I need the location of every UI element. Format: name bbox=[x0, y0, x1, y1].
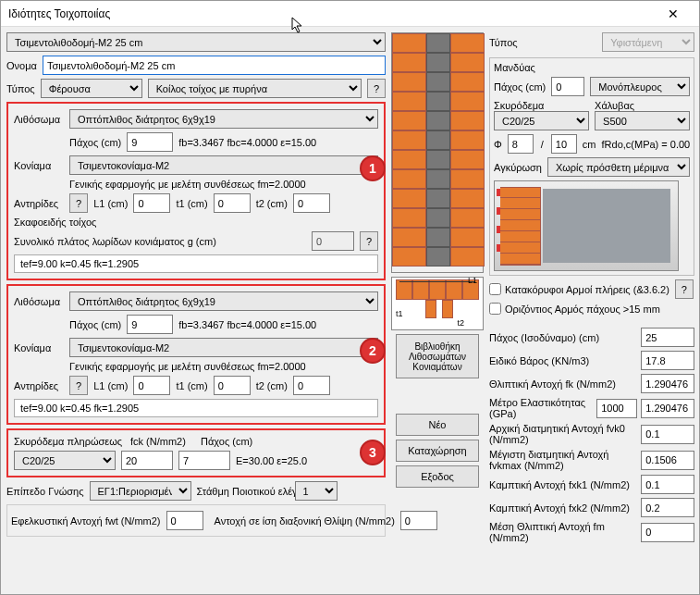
thick-input-2[interactable] bbox=[127, 315, 173, 334]
fill-thick-input[interactable] bbox=[178, 451, 230, 470]
t1-label-1: t1 (cm) bbox=[176, 198, 207, 209]
library-button[interactable]: Βιβλιοθήκη Λιθοσωμάτων Κονιαμάτων bbox=[396, 334, 479, 378]
help-button[interactable]: ? bbox=[367, 79, 386, 98]
t2-input-2[interactable] bbox=[293, 376, 330, 395]
fill-e-text: E=30.00 ε=25.0 bbox=[236, 455, 307, 466]
t2-label-1: t2 (cm) bbox=[256, 198, 288, 209]
l1-label-1: L1 (cm) bbox=[93, 198, 128, 209]
t2-label-2: t2 (cm) bbox=[256, 380, 288, 391]
thick-input-1[interactable] bbox=[127, 132, 173, 152]
l1-dim: L1 bbox=[468, 276, 477, 285]
p-fvk0-input[interactable] bbox=[641, 425, 694, 444]
strips-label: Συνολικό πλάτος λωρίδων κονιάματος g (cm… bbox=[14, 236, 306, 247]
p-thick-label: Πάχος (Ισοδύναμο) (cm) bbox=[489, 332, 637, 343]
p-fxk2-input[interactable] bbox=[641, 498, 694, 517]
mortar-select-1[interactable]: Τσιμεντοκονίαμα-M2 bbox=[69, 155, 378, 175]
struts-help-1[interactable]: ? bbox=[69, 193, 88, 213]
p-thick-input[interactable] bbox=[641, 328, 694, 347]
p-fxk1-input[interactable] bbox=[641, 475, 694, 494]
frdo-label: fRdo,c(MPa) = 0.00 bbox=[602, 139, 691, 150]
j-steel-select[interactable]: S500 bbox=[595, 111, 690, 130]
type-label: Τύπος bbox=[6, 83, 35, 94]
strips-help[interactable]: ? bbox=[360, 231, 378, 251]
struts-label-2: Αντηρίδες bbox=[14, 380, 64, 391]
mid-column: L1 t1 t2 Βιβλιοθήκη Λιθοσωμάτων Κονιαμάτ… bbox=[391, 32, 484, 589]
chk-vertical-joints-box[interactable] bbox=[489, 283, 501, 295]
fb-text-1: fb=3.3467 fbc=4.0000 ε=15.00 bbox=[178, 137, 316, 148]
qc-label: Στάθμη Ποιοτικού ελέγχου bbox=[197, 486, 289, 497]
fck-input[interactable] bbox=[121, 451, 173, 470]
struts-help-2[interactable]: ? bbox=[69, 376, 88, 395]
type-select[interactable]: Φέρουσα bbox=[41, 79, 142, 98]
t2-dim: t2 bbox=[457, 318, 464, 328]
fwt-input[interactable] bbox=[166, 511, 203, 530]
strips-input bbox=[312, 231, 354, 251]
j-concrete-label: Σκυρόδεμα bbox=[494, 100, 589, 111]
fb-text-2: fb=3.3467 fbc=4.0000 ε=15.00 bbox=[178, 319, 316, 330]
fill-title: Σκυρόδεμα πληρώσεως bbox=[14, 436, 125, 447]
p-fk-input[interactable] bbox=[641, 374, 694, 393]
r-type-label: Τύπος bbox=[489, 37, 518, 48]
p-e2-input[interactable] bbox=[641, 399, 694, 418]
chk-vertical-joints[interactable]: Κατακόρυφοι Αρμοί πλήρεις (&3.6.2) bbox=[489, 283, 669, 295]
p-fvk0-label: Αρχική διατμητική Αντοχή fvk0 (N/mm2) bbox=[489, 423, 637, 445]
mortar-desc-1: Γενικής εφαρμογής με μελέτη συνθέσεως fm… bbox=[69, 179, 306, 190]
anchor-select[interactable]: Χωρίς πρόσθετη μέριμνα bbox=[547, 157, 690, 177]
p-e1-input[interactable] bbox=[596, 399, 637, 418]
close-icon[interactable]: ✕ bbox=[655, 6, 692, 21]
mortar-select-2[interactable]: Τσιμεντοκονίαμα-M2 bbox=[69, 338, 378, 357]
j-concrete-select[interactable]: C20/25 bbox=[494, 111, 589, 130]
section-2: 2 Λιθόσωμα Οπτόπλιθος διάτρητος 6χ9χ19 Π… bbox=[6, 284, 386, 425]
preset-select[interactable]: Τσιμεντολιθοδομή-M2 25 cm bbox=[6, 32, 386, 52]
t1-dim: t1 bbox=[396, 309, 403, 318]
save-button[interactable]: Καταχώρηση bbox=[396, 440, 479, 462]
chk-horizontal-joint[interactable]: Οριζόντιος Αρμός πάχους >15 mm bbox=[489, 303, 694, 315]
fill-concrete-select[interactable]: C20/25 bbox=[14, 451, 116, 470]
p-fm-input[interactable] bbox=[641, 523, 694, 542]
j-side-select[interactable]: Μονόπλευρος bbox=[590, 77, 690, 96]
chk1-help[interactable]: ? bbox=[675, 279, 694, 299]
j-thick-input[interactable] bbox=[551, 77, 584, 96]
badge-1: 1 bbox=[360, 155, 386, 181]
l1-input-2[interactable] bbox=[133, 376, 170, 395]
jacket-preview bbox=[494, 180, 679, 271]
p-fxk2-label: Καμπτική Αντοχή fxk2 (N/mm2) bbox=[489, 502, 637, 514]
t1-input-2[interactable] bbox=[214, 376, 251, 395]
exit-button[interactable]: Εξοδος bbox=[396, 465, 479, 488]
badge-3: 3 bbox=[360, 440, 386, 465]
spacing-input[interactable] bbox=[551, 134, 577, 154]
lith-select-2[interactable]: Οπτόπλιθος διάτρητος 6χ9χ19 bbox=[69, 291, 378, 311]
p-weight-label: Ειδικό Βάρος (KN/m3) bbox=[489, 355, 637, 366]
dialog-window: Ιδιότητες Τοιχοποιίας ✕ Τσιμεντολιθοδομή… bbox=[0, 0, 700, 595]
l1-input-1[interactable] bbox=[133, 193, 170, 213]
section-1: 1 Λιθόσωμα Οπτόπλιθος διάτρητος 6χ9χ19 Π… bbox=[6, 102, 386, 280]
knowledge-select[interactable]: ΕΓ1:Περιορισμένη bbox=[90, 481, 191, 501]
right-column: Τύπος Υφιστάμενη Μανδύας Πάχος (cm) Μονό… bbox=[489, 32, 694, 589]
l1-label-2: L1 (cm) bbox=[93, 380, 128, 391]
trough-label: Σκαφοειδής τοίχος bbox=[14, 217, 96, 228]
qc-select[interactable]: 1 bbox=[295, 481, 338, 501]
jacket-group: Μανδύας Πάχος (cm) Μονόπλευρος Σκυρόδεμα… bbox=[489, 57, 694, 276]
cm-label: cm bbox=[583, 139, 596, 150]
j-steel-label: Χάλυβας bbox=[595, 100, 690, 111]
p-weight-input[interactable] bbox=[641, 351, 694, 370]
cross-section-preview: L1 t1 t2 bbox=[391, 277, 484, 330]
fwt-label: Εφελκυστική Αντοχή fwt (N/mm2) bbox=[11, 515, 161, 527]
thick-label-1: Πάχος (cm) bbox=[69, 137, 121, 148]
new-button[interactable]: Νέο bbox=[396, 414, 479, 436]
p-fm-label: Μέση Θλιπτική Αντοχή fm (N/mm2) bbox=[489, 521, 637, 543]
name-label: Ονομα bbox=[6, 60, 37, 71]
t2-input-1[interactable] bbox=[293, 193, 330, 213]
p-fvkmax-input[interactable] bbox=[641, 451, 694, 470]
titlebar: Ιδιότητες Τοιχοποιίας ✕ bbox=[1, 1, 699, 27]
phi-input[interactable] bbox=[508, 134, 534, 154]
t1-input-1[interactable] bbox=[214, 193, 251, 213]
name-input[interactable] bbox=[43, 56, 386, 75]
wallkind-select[interactable]: Κοίλος τοίχος με πυρήνα bbox=[148, 79, 362, 98]
p-fk-label: Θλιπτική Αντοχή fk (N/mm2) bbox=[489, 378, 637, 390]
chk-horizontal-joint-box[interactable] bbox=[489, 303, 501, 315]
jacket-title: Μανδύας bbox=[494, 62, 535, 73]
lith-label-2: Λιθόσωμα bbox=[14, 296, 64, 307]
mortar-label-1: Κονίαμα bbox=[14, 160, 64, 171]
lith-select-1[interactable]: Οπτόπλιθος διάτρητος 6χ9χ19 bbox=[69, 109, 378, 129]
